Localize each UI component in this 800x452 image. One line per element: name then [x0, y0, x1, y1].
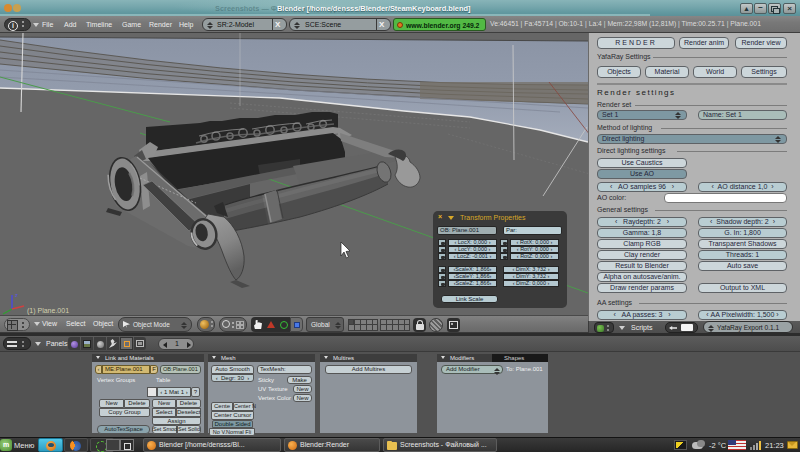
svg-text:z: z	[15, 292, 18, 298]
svg-text:(1) Plane.001: (1) Plane.001	[27, 307, 69, 315]
